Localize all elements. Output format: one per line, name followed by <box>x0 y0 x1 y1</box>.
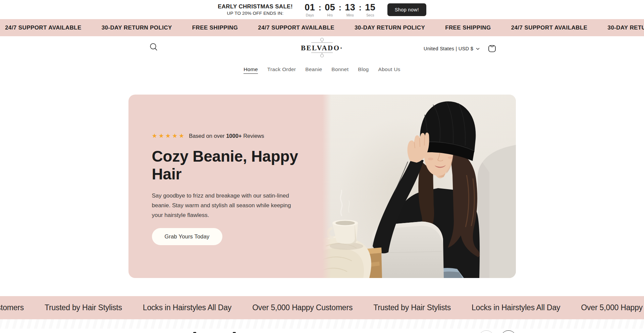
countdown-mins-label: Mins <box>346 13 354 17</box>
faint-texture-band <box>0 319 644 329</box>
logo-text: BELVADO· <box>301 44 343 52</box>
ticker-item: 24/7 SUPPORT AVAILABLE <box>511 24 588 31</box>
ticker-item: 24/7 SUPPORT AVAILABLE <box>258 24 334 31</box>
hero-title: Cozy Beanie, Happy Hair <box>152 148 306 183</box>
countdown-separator: : <box>319 3 321 12</box>
ticker-item: Over 5,000 Happy Customers <box>581 303 644 312</box>
cart-icon-glyph <box>487 44 497 53</box>
rating-prefix: Based on over <box>189 133 224 139</box>
nav-link-home[interactable]: Home <box>244 66 258 74</box>
countdown-hrs: 05 Hrs <box>324 3 336 17</box>
search-icon[interactable] <box>149 42 159 52</box>
ticker-item: Locks in Hairstyles All Day <box>472 303 560 312</box>
header-utilities: United States | USD $ <box>424 44 497 54</box>
social-proof-ticker: Over 5,000 Happy Customers Trusted by Ha… <box>0 296 644 319</box>
cart-icon[interactable] <box>487 44 497 54</box>
store-logo[interactable]: BELVADO· <box>295 37 349 60</box>
search-icon-glyph <box>149 42 158 52</box>
ticker-track: 24/7 SUPPORT AVAILABLE 30-DAY RETURN POL… <box>0 24 644 31</box>
country-currency-selector[interactable]: United States | USD $ <box>424 46 480 51</box>
chevron-down-icon <box>476 48 480 50</box>
shop-now-button[interactable]: Shop now! <box>387 3 426 16</box>
nav-link-blog[interactable]: Blog <box>358 66 369 74</box>
countdown-days: 01 Days <box>304 3 316 17</box>
ticker-item: 30-DAY RETURN POLICY <box>102 24 172 31</box>
star-rating-icons: ★★★★★ <box>152 132 186 140</box>
hero-description: Say goodbye to frizz and breakage with o… <box>152 191 297 220</box>
ticker-item: Over 5,000 Happy Customers <box>0 303 24 312</box>
ticker-item: Over 5,000 Happy Customers <box>252 303 353 312</box>
hero-photo-illustration <box>322 95 516 278</box>
countdown-mins: 13 Mins <box>344 3 356 17</box>
pink-edge-blend <box>322 95 331 278</box>
ticker-item: 30-DAY RETURN POLICY <box>355 24 425 31</box>
carousel-next-button[interactable] <box>501 330 516 333</box>
countdown-hrs-label: Hrs <box>327 13 333 17</box>
ticker-item: FREE SHIPPING <box>192 24 238 31</box>
main-nav: Home Track Order Beanie Bonnet Blog Abou… <box>0 66 644 74</box>
nav-link-about-us[interactable]: About Us <box>378 66 400 74</box>
site-header: BELVADO· United States | USD $ Ho <box>0 36 644 95</box>
sale-title: EARLY CHRISTMAS SALE! <box>218 3 293 10</box>
countdown-timer: 01 Days : 05 Hrs : 13 Mins : 15 Secs <box>304 2 376 17</box>
storefront-page: EARLY CHRISTMAS SALE! UP TO 20% OFF ENDS… <box>0 0 644 333</box>
country-currency-label: United States | USD $ <box>424 46 473 51</box>
nav-link-bonnet[interactable]: Bonnet <box>331 66 348 74</box>
countdown-hrs-value: 05 <box>325 3 335 12</box>
countdown-secs: 15 Secs <box>365 3 376 17</box>
rating-text: Based on over 1000+ Reviews <box>189 133 264 139</box>
announcement-text: EARLY CHRISTMAS SALE! UP TO 20% OFF ENDS… <box>218 3 293 16</box>
ticker-item: FREE SHIPPING <box>445 24 491 31</box>
nav-link-beanie[interactable]: Beanie <box>305 66 322 74</box>
grab-yours-today-button[interactable]: Grab Yours Today <box>152 228 222 245</box>
hero-content-panel: ★★★★★ Based on over 1000+ Reviews Cozy B… <box>128 95 322 278</box>
hero-section: ★★★★★ Based on over 1000+ Reviews Cozy B… <box>128 95 516 278</box>
ticker-item: Locks in Hairstyles All Day <box>143 303 231 312</box>
ticker-item: Trusted by Hair Stylists <box>373 303 451 312</box>
countdown-secs-value: 15 <box>365 3 375 12</box>
countdown-days-value: 01 <box>305 3 315 12</box>
benefits-ticker-top: 24/7 SUPPORT AVAILABLE 30-DAY RETURN POL… <box>0 19 644 36</box>
carousel-prev-button[interactable] <box>479 330 494 333</box>
hero-rating: ★★★★★ Based on over 1000+ Reviews <box>152 132 312 140</box>
countdown-separator: : <box>359 3 362 12</box>
ticker-item: 30-DAY RETURN POLICY <box>607 24 644 31</box>
countdown-mins-value: 13 <box>345 3 355 12</box>
ticker-track: Over 5,000 Happy Customers Trusted by Ha… <box>0 303 644 312</box>
announcement-bar: EARLY CHRISTMAS SALE! UP TO 20% OFF ENDS… <box>0 0 644 19</box>
next-section-fold <box>0 319 644 333</box>
sale-subtitle: UP TO 20% OFF ENDS IN: <box>227 11 284 16</box>
ticker-item: 24/7 SUPPORT AVAILABLE <box>5 24 82 31</box>
hero-image <box>322 95 516 278</box>
countdown-secs-label: Secs <box>366 13 374 17</box>
rating-count: 1000+ <box>226 133 241 139</box>
nav-link-track-order[interactable]: Track Order <box>267 66 296 74</box>
rating-suffix: Reviews <box>243 133 264 139</box>
countdown-days-label: Days <box>306 13 314 17</box>
sofa-back <box>478 145 516 278</box>
logo-ornament: BELVADO· <box>295 37 349 58</box>
ticker-item: Trusted by Hair Stylists <box>45 303 122 312</box>
countdown-separator: : <box>339 3 341 12</box>
